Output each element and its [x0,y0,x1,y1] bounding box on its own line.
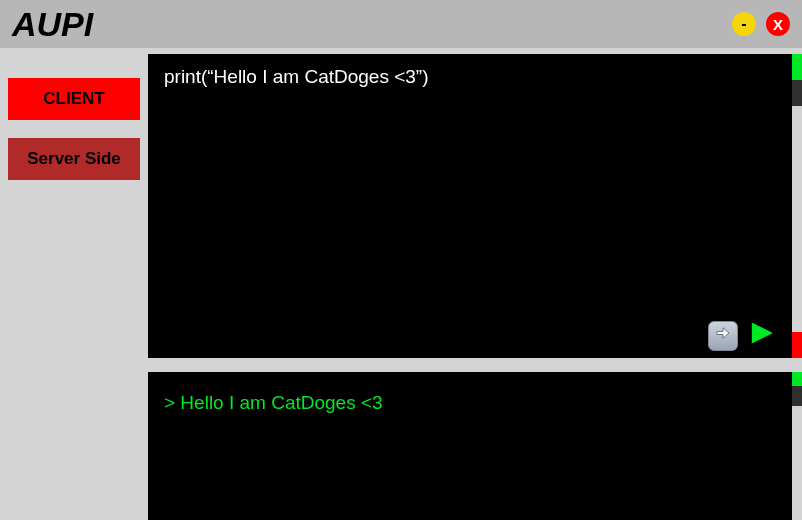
run-button[interactable] [746,319,774,352]
marker-green[interactable] [792,54,802,80]
marker-red[interactable] [792,332,802,358]
marker-green[interactable] [792,372,802,386]
sidebar: CLIENT Server Side [0,48,148,520]
minimize-button[interactable]: - [732,12,756,36]
server-side-button[interactable]: Server Side [8,138,140,180]
close-icon: X [773,16,783,33]
editor-panel: print(“Hello I am CatDoges <3”) [148,54,802,358]
titlebar: AUPI - X [0,0,802,48]
step-button[interactable] [708,321,738,351]
client-button-label: CLIENT [43,89,104,109]
output-line: > Hello I am CatDoges <3 [164,392,776,414]
play-icon [746,319,774,352]
output-console[interactable]: > Hello I am CatDoges <3 [148,372,792,520]
content-area: print(“Hello I am CatDoges <3”) [148,48,802,520]
marker-dark[interactable] [792,80,802,106]
server-side-button-label: Server Side [27,149,121,169]
window-controls: - X [732,12,790,36]
code-editor[interactable]: print(“Hello I am CatDoges <3”) [148,54,792,358]
marker-spacer [792,106,802,332]
close-button[interactable]: X [766,12,790,36]
app-title: AUPI [12,5,93,44]
main-area: CLIENT Server Side print(“Hello I am Cat… [0,48,802,520]
marker-spacer [792,406,802,520]
marker-dark[interactable] [792,386,802,406]
code-line: print(“Hello I am CatDoges <3”) [164,66,776,88]
minimize-icon: - [741,15,746,33]
editor-markers [792,54,802,358]
output-markers [792,372,802,520]
client-button[interactable]: CLIENT [8,78,140,120]
editor-actions [708,319,774,352]
output-panel: > Hello I am CatDoges <3 [148,372,802,520]
arrow-right-icon [714,324,732,347]
